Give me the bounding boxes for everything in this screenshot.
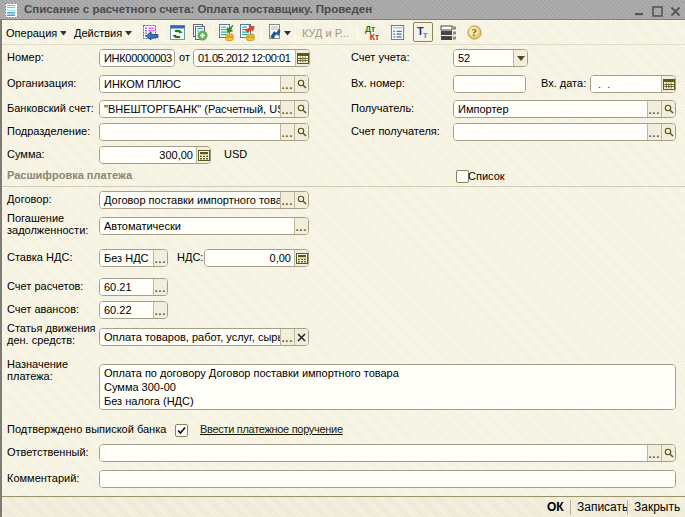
svg-text:т: т <box>423 30 428 40</box>
svg-text:?: ? <box>471 27 476 38</box>
